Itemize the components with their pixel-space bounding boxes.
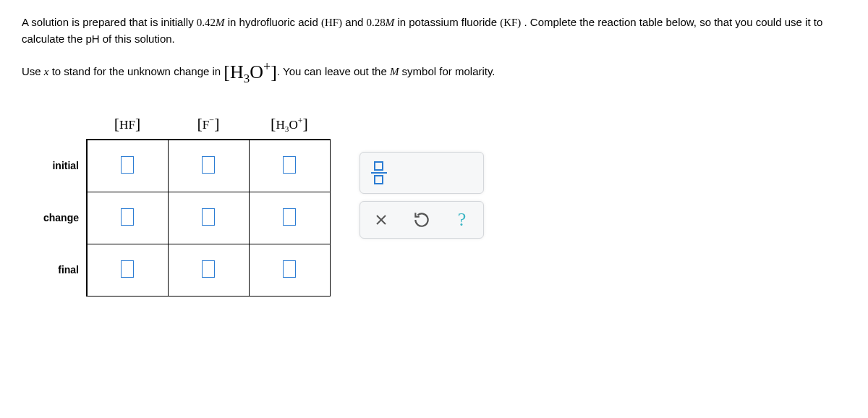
input-final-f[interactable] xyxy=(202,260,215,278)
line2d: symbol for molarity. xyxy=(399,65,495,77)
clear-button[interactable] xyxy=(372,210,391,229)
col-header-h3o: [H3O+] xyxy=(249,114,330,140)
conc1: 0.42 xyxy=(197,17,216,28)
help-button[interactable]: ? xyxy=(453,210,472,229)
input-change-f[interactable] xyxy=(202,208,215,226)
species2: (KF) xyxy=(500,17,521,28)
line2a: Use xyxy=(22,65,44,77)
prob-text-3: and xyxy=(342,16,366,28)
col-header-hf: [HF] xyxy=(87,114,168,140)
prob-text-1: A solution is prepared that is initially xyxy=(22,16,197,28)
Msym: M xyxy=(390,66,399,77)
input-final-h3o[interactable] xyxy=(283,260,296,278)
prob-text-4: in potassium fluoride xyxy=(394,16,500,28)
row-label-change: change xyxy=(22,192,87,244)
close-icon xyxy=(375,213,388,226)
problem-instruction: Use x to stand for the unknown change in… xyxy=(22,60,846,85)
xvar: x xyxy=(44,66,49,77)
h3o-concentration: [H3O+] xyxy=(224,60,277,85)
ice-table: [HF] [F−] [H3O+] initial change xyxy=(22,114,331,297)
problem-statement: A solution is prepared that is initially… xyxy=(22,14,846,47)
table-row: initial xyxy=(22,140,330,192)
species1: (HF) xyxy=(321,17,342,28)
input-initial-hf[interactable] xyxy=(121,156,134,174)
input-change-h3o[interactable] xyxy=(283,208,296,226)
unit2: M xyxy=(386,17,395,28)
row-label-final: final xyxy=(22,244,87,296)
row-label-initial: initial xyxy=(22,140,87,192)
line2b: to stand for the unknown change in xyxy=(49,65,224,77)
col-header-f: [F−] xyxy=(168,114,249,140)
input-initial-h3o[interactable] xyxy=(283,156,296,174)
input-initial-f[interactable] xyxy=(202,156,215,174)
input-final-hf[interactable] xyxy=(121,260,134,278)
help-icon: ? xyxy=(458,209,467,231)
reset-icon xyxy=(412,210,431,229)
reset-button[interactable] xyxy=(412,210,431,229)
prob-text-2: in hydrofluoric acid xyxy=(225,16,321,28)
toolbar: ? xyxy=(359,152,484,239)
unit1: M xyxy=(216,17,225,28)
table-row: change xyxy=(22,192,330,244)
conc2: 0.28 xyxy=(367,17,386,28)
table-row: final xyxy=(22,244,330,296)
fraction-button[interactable] xyxy=(372,161,386,185)
line2c: . You can leave out the xyxy=(277,65,390,77)
input-change-hf[interactable] xyxy=(121,208,134,226)
